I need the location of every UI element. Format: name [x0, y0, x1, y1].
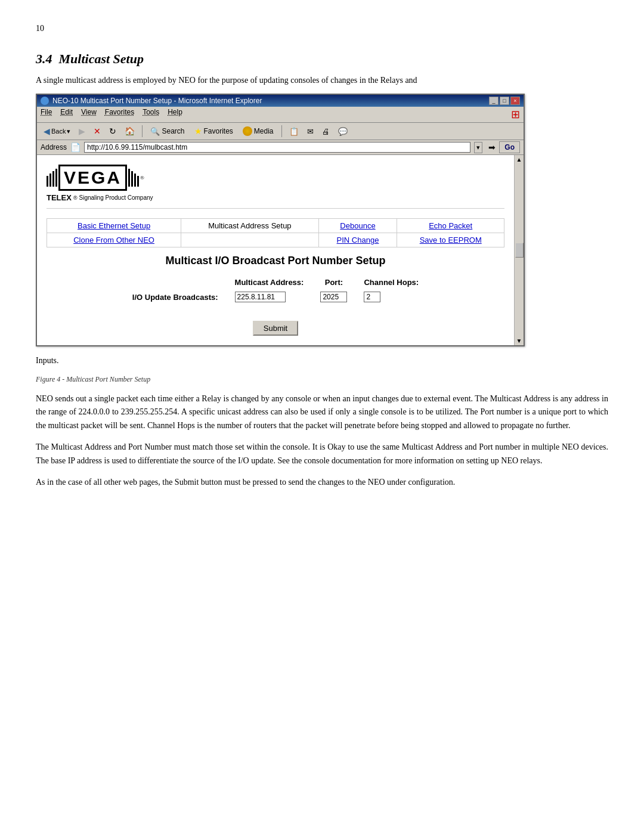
- forward-button[interactable]: ▶: [76, 125, 88, 138]
- ie-scrollbar[interactable]: ▲ ▼: [514, 155, 524, 345]
- search-icon: 🔍: [150, 127, 160, 136]
- ie-address-bar: Address 📄 ▾ ➡ Go: [37, 140, 524, 155]
- discuss-icon: 💬: [338, 127, 348, 136]
- nav-echo-packet[interactable]: Echo Packet: [429, 221, 472, 230]
- nav-table: Basic Ethernet Setup Multicast Address S…: [47, 218, 504, 247]
- back-button[interactable]: ◀ Back ▾: [41, 125, 73, 138]
- back-dropdown-icon: ▾: [67, 128, 70, 135]
- stop-button[interactable]: ✕: [91, 125, 104, 138]
- search-label: Search: [162, 127, 184, 135]
- mc-form-table: Multicast Address: Port: Channel Hops: I…: [124, 275, 427, 305]
- mc-form-title: Multicast I/O Broadcast Port Number Setu…: [47, 255, 504, 267]
- ie-title-text: NEO-10 Multicast Port Number Setup - Mic…: [52, 97, 262, 105]
- vega-logo-area: VEGA ® TELEX®: [47, 165, 504, 209]
- go-button[interactable]: Go: [499, 141, 520, 153]
- address-label: Address: [41, 143, 67, 151]
- row-label-io: I/O Update Broadcasts:: [124, 289, 227, 305]
- menu-file[interactable]: File: [41, 108, 52, 121]
- history-button[interactable]: 📋: [286, 125, 302, 138]
- port-input[interactable]: [320, 292, 347, 302]
- vega-bar-4: [55, 169, 57, 187]
- mail-icon: ✉: [307, 127, 314, 136]
- vega-logo-box: VEGA: [58, 165, 127, 191]
- nav-save-eeprom[interactable]: Save to EEPROM: [420, 236, 482, 244]
- menu-view[interactable]: View: [81, 108, 97, 121]
- go-arrow-icon: ➡: [488, 143, 496, 152]
- vega-bar-5: [128, 169, 130, 187]
- ie-minimize-btn[interactable]: _: [489, 97, 499, 105]
- history-icon: 📋: [289, 127, 299, 136]
- address-input[interactable]: [84, 142, 470, 153]
- vega-bar-2: [49, 174, 51, 187]
- registered-mark: ®: [140, 175, 144, 181]
- favorites-label: Favorites: [204, 127, 233, 135]
- ie-menu-bar: File Edit View Favorites Tools Help ⊞: [37, 107, 524, 123]
- favorites-star-icon: ★: [194, 126, 202, 136]
- ie-title-bar: NEO-10 Multicast Port Number Setup - Mic…: [37, 95, 524, 107]
- forward-icon: ▶: [79, 126, 85, 136]
- inputs-caption: Inputs.: [36, 356, 608, 366]
- menu-help[interactable]: Help: [168, 108, 182, 121]
- scroll-down-arrow[interactable]: ▼: [515, 336, 524, 345]
- media-icon: [243, 126, 252, 136]
- page-number: 10: [36, 24, 608, 33]
- vega-bar-8: [137, 176, 139, 187]
- discuss-button[interactable]: 💬: [335, 125, 351, 138]
- menu-favorites[interactable]: Favorites: [105, 108, 134, 121]
- vega-bar-1: [47, 176, 48, 187]
- windows-logo-icon: ⊞: [511, 108, 520, 121]
- vega-bar-7: [134, 174, 136, 187]
- menu-edit[interactable]: Edit: [60, 108, 73, 121]
- toolbar-separator-2: [281, 125, 282, 137]
- telex-tagline: TELEX® Signaling Product Company: [47, 193, 153, 202]
- refresh-icon: ↻: [109, 126, 116, 136]
- section-intro: A single multicast address is employed b…: [36, 74, 608, 86]
- nav-basic-ethernet[interactable]: Basic Ethernet Setup: [78, 221, 150, 230]
- ie-close-btn[interactable]: ×: [510, 97, 520, 105]
- browser-window: NEO-10 Multicast Port Number Setup - Mic…: [36, 94, 525, 346]
- body-paragraph-3: As in the case of all other web pages, t…: [36, 476, 608, 489]
- nav-pin-change[interactable]: PIN Change: [337, 236, 379, 244]
- mail-button[interactable]: ✉: [304, 125, 317, 138]
- toolbar-separator-1: [142, 125, 143, 137]
- nav-clone[interactable]: Clone From Other NEO: [73, 236, 154, 244]
- vega-bar-3: [52, 171, 54, 187]
- media-button[interactable]: Media: [239, 125, 277, 137]
- refresh-button[interactable]: ↻: [106, 125, 119, 138]
- body-paragraph-1: NEO sends out a single packet each time …: [36, 392, 608, 432]
- address-dropdown-icon[interactable]: ▾: [474, 142, 482, 153]
- multicast-form-area: Multicast I/O Broadcast Port Number Setu…: [47, 255, 504, 336]
- search-button[interactable]: 🔍 Search: [147, 126, 188, 137]
- menu-tools[interactable]: Tools: [143, 108, 159, 121]
- print-button[interactable]: 🖨: [319, 125, 333, 138]
- scroll-thumb[interactable]: [515, 243, 524, 258]
- address-page-icon: 📄: [70, 143, 80, 152]
- col-header-port: Port:: [312, 275, 355, 289]
- multicast-address-input[interactable]: [235, 292, 286, 302]
- nav-multicast-active: Multicast Address Setup: [208, 221, 291, 230]
- vega-logo-text: VEGA: [64, 168, 122, 187]
- scroll-up-arrow[interactable]: ▲: [515, 155, 524, 164]
- vega-bar-6: [131, 171, 133, 187]
- print-icon: 🖨: [322, 127, 330, 136]
- col-header-address: Multicast Address:: [227, 275, 312, 289]
- body-paragraph-2: The Multicast Address and Port Number mu…: [36, 441, 608, 467]
- ie-maximize-btn[interactable]: □: [500, 97, 509, 105]
- ie-page-content: VEGA ® TELEX®: [37, 155, 514, 345]
- figure-caption: Figure 4 - Multicast Port Number Setup: [36, 375, 608, 384]
- nav-debounce[interactable]: Debounce: [340, 221, 375, 230]
- home-button[interactable]: 🏠: [122, 125, 138, 138]
- col-header-hops: Channel Hops:: [355, 275, 427, 289]
- channel-hops-input[interactable]: [364, 292, 380, 302]
- submit-button[interactable]: Submit: [253, 321, 298, 336]
- favorites-button[interactable]: ★ Favorites: [191, 125, 237, 137]
- ie-toolbar: ◀ Back ▾ ▶ ✕ ↻ 🏠 🔍 Search ★: [37, 123, 524, 140]
- ie-browser-icon: [41, 97, 49, 105]
- section-title: 3.4 Multicast Setup: [36, 51, 608, 67]
- home-icon: 🏠: [125, 126, 135, 136]
- stop-icon: ✕: [94, 126, 101, 136]
- back-label: Back: [51, 128, 66, 135]
- media-label: Media: [254, 127, 274, 135]
- back-icon: ◀: [44, 126, 50, 136]
- ie-title-controls[interactable]: _ □ ×: [489, 97, 520, 105]
